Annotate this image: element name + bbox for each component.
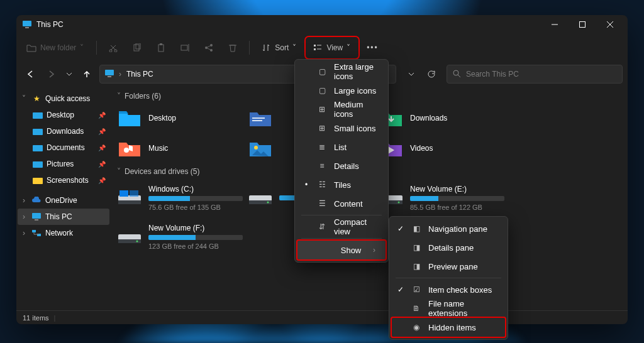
forward-button[interactable] <box>43 65 60 83</box>
sidebar-item-label: Screenshots <box>47 176 89 185</box>
sidebar-this-pc[interactable]: › This PC <box>18 209 109 225</box>
folder-icon <box>33 110 43 120</box>
svg-point-47 <box>398 202 400 204</box>
sidebar-label: This PC <box>45 212 72 221</box>
share-icon <box>204 43 214 53</box>
sidebar-item-label: Downloads <box>47 127 84 136</box>
show-hidden-items[interactable]: ◉Hidden items <box>392 318 505 337</box>
usage-bar <box>148 235 243 240</box>
sidebar-item-documents[interactable]: Documents 📌 <box>18 139 109 156</box>
cut-button[interactable] <box>103 38 123 58</box>
more-button[interactable]: ••• <box>362 38 384 58</box>
up-button[interactable] <box>78 65 96 83</box>
folder-icon <box>117 108 142 128</box>
sidebar-item-downloads[interactable]: Downloads 📌 <box>18 123 109 139</box>
search-box[interactable]: Search This PC <box>447 65 623 84</box>
drive-name: New Volume (F:) <box>148 224 243 232</box>
view-menu-extra-large-icons[interactable]: ▢Extra large icons <box>297 62 386 81</box>
recent-button[interactable] <box>64 65 74 83</box>
svg-rect-22 <box>108 76 111 77</box>
chevron-right-icon: › <box>373 246 379 254</box>
svg-rect-34 <box>252 117 265 119</box>
sidebar-onedrive[interactable]: › OneDrive <box>18 192 109 209</box>
folder-item[interactable]: Desktop <box>114 104 240 132</box>
paste-button[interactable] <box>151 38 171 58</box>
chevron-right-icon: › <box>20 212 28 221</box>
drive-free-text: 123 GB free of 244 GB <box>148 242 243 250</box>
usage-bar <box>410 196 504 201</box>
drive-item[interactable]: New Volume (E:) 85.5 GB free of 122 GB <box>376 180 502 216</box>
new-folder-button[interactable]: New folder ˅ <box>21 38 90 58</box>
view-menu-show[interactable]: Show › <box>297 241 386 259</box>
svg-rect-1 <box>25 27 29 28</box>
close-button[interactable] <box>596 15 624 34</box>
folder-icon <box>33 126 43 136</box>
check-icon: ✓ <box>397 285 404 294</box>
sort-button[interactable]: Sort ˅ <box>256 38 303 58</box>
eye-icon: ◉ <box>411 323 422 332</box>
view-button[interactable]: View ˅ <box>306 38 358 58</box>
view-menu-content[interactable]: ☰Content <box>297 194 386 213</box>
svg-rect-12 <box>181 45 187 50</box>
show-details-pane[interactable]: ◨Details pane <box>392 238 505 257</box>
minimize-button[interactable] <box>541 15 569 34</box>
grid-icon: ⊞ <box>316 124 328 133</box>
drive-icon <box>117 188 142 208</box>
folder-icon <box>33 159 43 169</box>
svg-rect-26 <box>33 129 43 135</box>
show-preview-pane[interactable]: ◨Preview pane <box>392 257 505 276</box>
folder-name: Videos <box>410 144 433 153</box>
pin-icon: 📌 <box>98 177 106 184</box>
this-pc-icon <box>23 21 31 28</box>
show-navigation-pane[interactable]: ✓◧Navigation pane <box>392 219 505 238</box>
show-file-extensions[interactable]: 🗎File name extensions <box>392 299 505 318</box>
sidebar-quick-access[interactable]: ˅ ★ Quick access <box>18 90 109 107</box>
view-menu-medium-icons[interactable]: ⊞Medium icons <box>297 100 386 119</box>
chevron-right-icon: › <box>20 229 28 237</box>
more-icon: ••• <box>367 43 379 52</box>
back-button[interactable] <box>21 65 39 83</box>
svg-point-15 <box>210 44 213 46</box>
sidebar-item-screenshots[interactable]: Screenshots 📌 <box>18 172 109 188</box>
status-item-count: 11 items <box>23 314 49 322</box>
delete-button[interactable] <box>223 38 243 58</box>
folder-item[interactable]: Music <box>114 134 240 162</box>
view-menu-tiles[interactable]: •☷Tiles <box>297 175 386 194</box>
chevron-down-icon: ˅ <box>347 43 352 52</box>
pin-icon: 📌 <box>98 144 106 151</box>
view-menu-details[interactable]: ≡Details <box>297 156 386 175</box>
svg-rect-29 <box>33 178 43 184</box>
view-menu-small-icons[interactable]: ⊞Small icons <box>297 119 386 138</box>
folder-item[interactable]: Videos <box>376 134 502 162</box>
maximize-button[interactable] <box>569 15 596 34</box>
pin-icon: 📌 <box>98 128 106 135</box>
view-menu-compact[interactable]: ⇵Compact view <box>297 217 386 236</box>
copy-button[interactable] <box>127 38 147 58</box>
folder-item[interactable]: Downloads <box>376 104 502 132</box>
svg-point-16 <box>210 49 213 52</box>
cut-icon <box>108 43 118 53</box>
svg-rect-3 <box>580 22 586 28</box>
svg-rect-35 <box>252 120 262 121</box>
view-menu-list[interactable]: ≣List <box>297 138 386 156</box>
svg-rect-9 <box>136 43 140 49</box>
drive-item[interactable]: Windows (C:) 75.6 GB free of 135 GB <box>114 180 240 216</box>
refresh-button[interactable] <box>423 65 440 83</box>
address-dropdown-button[interactable] <box>402 65 420 83</box>
view-icon <box>313 43 323 53</box>
show-item-check-boxes[interactable]: ✓☑Item check boxes <box>392 280 505 299</box>
svg-rect-18 <box>314 48 316 50</box>
breadcrumb-root[interactable]: This PC <box>126 70 153 79</box>
svg-rect-41 <box>130 190 138 197</box>
search-placeholder: Search This PC <box>466 70 519 79</box>
sidebar-item-pictures[interactable]: Pictures 📌 <box>18 156 109 172</box>
list-icon: ≣ <box>316 143 328 151</box>
rename-button[interactable] <box>175 38 195 58</box>
drive-item[interactable]: New Volume (F:) 123 GB free of 244 GB <box>114 219 240 255</box>
sidebar-item-desktop[interactable]: Desktop 📌 <box>18 107 109 123</box>
folder-name: Desktop <box>148 114 176 122</box>
share-button[interactable] <box>199 38 219 58</box>
sidebar-network[interactable]: › Network <box>18 225 109 241</box>
svg-rect-11 <box>160 43 162 45</box>
view-menu-large-icons[interactable]: ▢Large icons <box>297 81 386 100</box>
